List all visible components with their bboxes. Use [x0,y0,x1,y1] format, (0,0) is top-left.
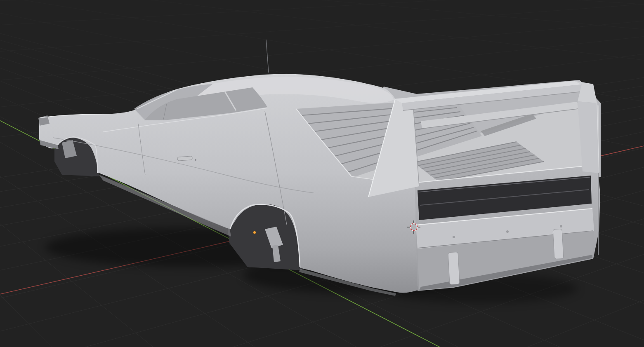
viewport-canvas[interactable] [0,0,644,347]
door-lock [195,159,196,161]
exhaust-hanger-right[interactable] [553,229,564,259]
door-handle[interactable] [177,156,193,161]
viewport-3d[interactable] [0,0,644,347]
origin-point[interactable] [253,231,256,234]
exhaust-hanger-left[interactable] [448,252,460,284]
